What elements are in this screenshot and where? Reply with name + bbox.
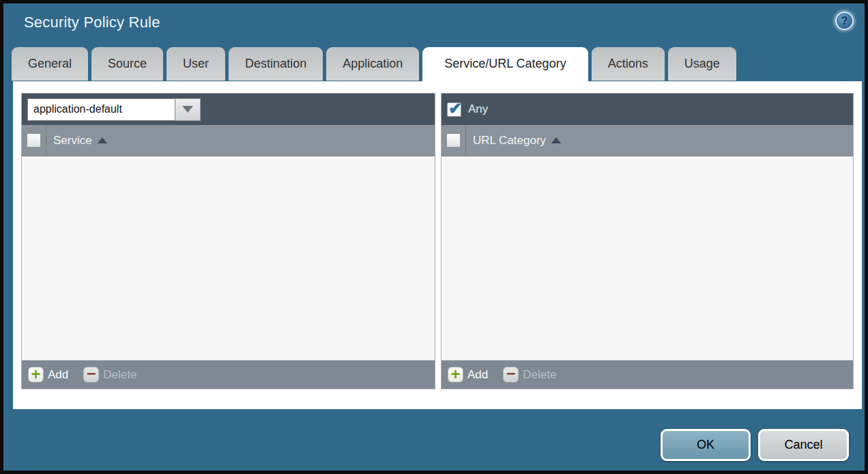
ok-button[interactable]: OK <box>661 429 751 461</box>
url-category-delete-label: Delete <box>523 368 556 382</box>
delete-icon: − <box>503 367 519 382</box>
service-select-all-checkbox[interactable] <box>27 133 41 148</box>
url-category-header-checkbox-cell <box>442 125 466 156</box>
service-type-input[interactable] <box>27 98 175 121</box>
dialog-title: Security Policy Rule <box>24 14 160 31</box>
service-header-checkbox-cell <box>22 125 46 156</box>
tab-bar: General Source User Destination Applicat… <box>12 47 736 83</box>
service-type-combobox <box>27 98 201 121</box>
cancel-button[interactable]: Cancel <box>758 429 849 461</box>
url-category-panel: ✔ Any URL Category + Add − Delete <box>441 93 854 389</box>
service-panel-footer: + Add − Delete <box>22 360 435 389</box>
tab-actions[interactable]: Actions <box>592 47 665 81</box>
url-category-select-all-checkbox[interactable] <box>446 133 461 148</box>
tab-general[interactable]: General <box>12 47 88 81</box>
tab-content-area: Service + Add − Delete ✔ Any <box>13 81 862 409</box>
add-icon: + <box>28 367 44 382</box>
url-category-delete-button[interactable]: − Delete <box>503 367 556 382</box>
add-icon: + <box>448 367 463 382</box>
tab-service-url-category[interactable]: Service/URL Category <box>422 47 588 83</box>
service-table-body <box>22 156 435 360</box>
service-delete-button[interactable]: − Delete <box>83 367 136 382</box>
service-delete-label: Delete <box>103 368 136 382</box>
service-add-label: Add <box>48 368 68 382</box>
delete-icon: − <box>83 367 99 382</box>
service-add-button[interactable]: + Add <box>28 367 68 382</box>
chevron-down-icon <box>182 106 193 113</box>
url-category-panel-toolbar: ✔ Any <box>442 94 853 125</box>
service-column-label[interactable]: Service <box>53 134 92 148</box>
tab-application[interactable]: Application <box>326 47 419 81</box>
sort-asc-icon <box>98 137 107 143</box>
url-category-panel-footer: + Add − Delete <box>442 360 853 389</box>
service-column-header: Service <box>22 125 435 156</box>
service-type-dropdown-button[interactable] <box>175 98 201 121</box>
tab-source[interactable]: Source <box>91 47 163 81</box>
url-category-column-label[interactable]: URL Category <box>473 134 546 148</box>
sort-asc-icon <box>551 137 561 143</box>
any-label: Any <box>468 102 488 116</box>
service-panel: Service + Add − Delete <box>21 93 435 389</box>
tab-user[interactable]: User <box>167 47 225 81</box>
url-category-table-body <box>442 156 853 360</box>
service-panel-toolbar <box>22 94 435 125</box>
tab-destination[interactable]: Destination <box>229 47 323 81</box>
url-category-column-header: URL Category <box>442 125 853 156</box>
any-checkbox[interactable]: ✔ <box>447 102 461 117</box>
help-icon[interactable]: ? <box>835 12 854 30</box>
url-category-add-button[interactable]: + Add <box>448 367 488 382</box>
security-policy-rule-dialog: Security Policy Rule ? General Source Us… <box>0 0 868 474</box>
tab-usage[interactable]: Usage <box>668 47 736 81</box>
check-icon: ✔ <box>448 99 462 118</box>
url-category-add-label: Add <box>467 368 488 382</box>
